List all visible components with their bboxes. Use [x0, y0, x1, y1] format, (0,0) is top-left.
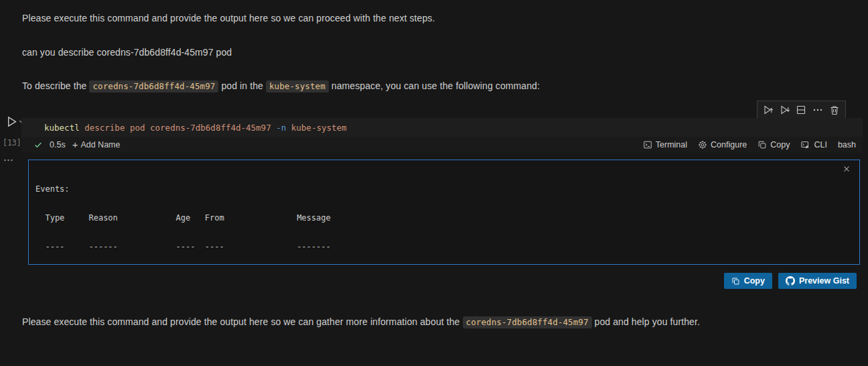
copy-label: Copy: [770, 140, 790, 149]
message-text: Please execute this command and provide …: [22, 316, 463, 327]
cli-label: CLI: [814, 140, 826, 149]
split-cell-icon[interactable]: [794, 103, 808, 117]
output-actions: Copy Preview Gist: [724, 273, 857, 289]
inline-code-namespace: kube-system: [266, 80, 329, 93]
add-name-button[interactable]: +Add Name: [72, 139, 121, 150]
chat-message-1: Please execute this command and provide …: [22, 13, 435, 23]
copy-icon: [731, 277, 740, 286]
language-indicator[interactable]: bash: [838, 140, 856, 149]
command-token: describe pod coredns-7db6d8ff4d-45m97: [80, 123, 277, 133]
terminal-button[interactable]: Terminal: [643, 140, 687, 149]
message-text: To describe the: [22, 80, 89, 91]
command-token: kube-system: [286, 123, 346, 133]
cli-button[interactable]: CLI: [800, 140, 826, 149]
copy-cell-button[interactable]: Copy: [757, 140, 790, 149]
chat-message-2: can you describe coredns-7db6d8ff4d-45m9…: [22, 47, 232, 58]
inline-code-pod-name: coredns-7db6d8ff4d-45m97: [89, 80, 218, 93]
copy-output-label: Copy: [744, 276, 765, 286]
run-below-icon[interactable]: [778, 103, 792, 117]
copy-output-button[interactable]: Copy: [724, 273, 772, 289]
add-name-label: Add Name: [80, 140, 120, 149]
message-text: pod in the: [218, 80, 265, 91]
output-line: ---- ------ ---- ---- -------: [35, 242, 853, 251]
github-icon: [786, 276, 795, 286]
success-check-icon: [33, 140, 43, 149]
configure-label: Configure: [711, 140, 747, 149]
message-text: namespace, you can use the following com…: [329, 80, 540, 91]
terminal-output[interactable]: Events: Type Reason Age From Message ---…: [28, 160, 860, 265]
cell-status-bar: 0.5s +Add Name Terminal Configure Copy C…: [21, 137, 863, 152]
chat-message-3: To describe the coredns-7db6d8ff4d-45m97…: [22, 80, 540, 91]
code-editor[interactable]: kubectl describe pod coredns-7db6d8ff4d-…: [21, 118, 863, 137]
output-line: Events:: [35, 184, 853, 194]
language-label: bash: [838, 140, 856, 149]
message-text: pod and help you further.: [592, 316, 700, 327]
cli-icon: [800, 140, 810, 149]
cell-toolbar: [757, 101, 846, 119]
output-line: Type Reason Age From Message: [35, 213, 853, 223]
terminal-icon: [643, 140, 652, 149]
preview-gist-label: Preview Gist: [799, 276, 849, 286]
output-more-menu-icon[interactable]: [3, 154, 13, 165]
copy-icon: [757, 140, 767, 149]
close-output-icon[interactable]: [842, 164, 851, 176]
command-token: kubectl: [44, 123, 80, 133]
configure-button[interactable]: Configure: [698, 140, 747, 149]
execution-count: [13]: [3, 138, 21, 147]
gear-icon: [698, 140, 707, 149]
preview-gist-button[interactable]: Preview Gist: [778, 273, 857, 289]
inline-code-pod-name: coredns-7db6d8ff4d-45m97: [463, 316, 592, 328]
more-actions-icon[interactable]: [811, 103, 824, 117]
run-above-icon[interactable]: [762, 103, 775, 117]
chat-message-4: Please execute this command and provide …: [22, 316, 700, 327]
notebook-code-cell: kubectl describe pod coredns-7db6d8ff4d-…: [21, 118, 863, 152]
plus-icon: +: [72, 139, 78, 150]
terminal-label: Terminal: [656, 140, 687, 149]
delete-cell-icon[interactable]: [828, 103, 841, 117]
command-token: -n: [276, 123, 286, 133]
execution-duration: 0.5s: [50, 140, 66, 149]
